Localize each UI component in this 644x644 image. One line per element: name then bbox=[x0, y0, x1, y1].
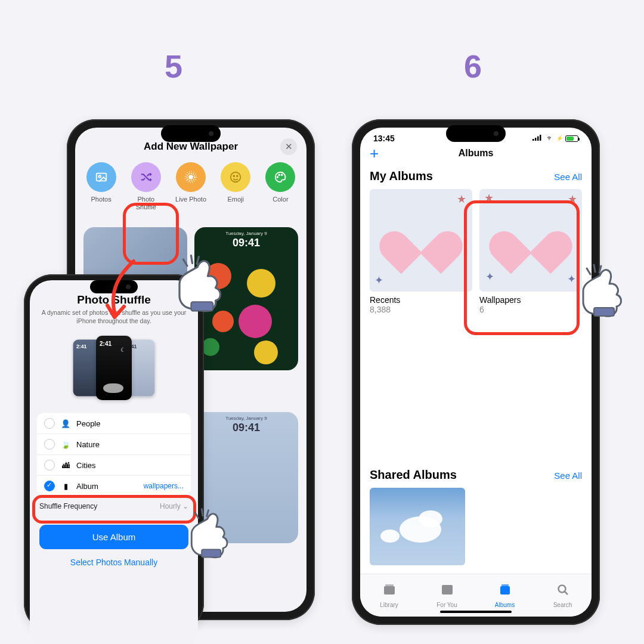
photos-icon bbox=[86, 162, 116, 192]
svg-point-1 bbox=[98, 175, 101, 178]
wallpaper-clock: 09:41 bbox=[233, 237, 260, 249]
live-photo-icon bbox=[176, 162, 206, 192]
sparkle-icon: ✦ bbox=[567, 273, 576, 286]
sparkle-icon: ✦ bbox=[485, 270, 494, 283]
svg-point-7 bbox=[237, 175, 238, 177]
category-emoji[interactable]: Emoji bbox=[218, 162, 253, 210]
close-icon: ✕ bbox=[285, 141, 293, 152]
see-all-link[interactable]: See All bbox=[554, 172, 582, 182]
radio-checked-icon bbox=[44, 481, 55, 491]
album-name: Recents bbox=[370, 295, 472, 305]
category-live-photo[interactable]: Live Photo bbox=[173, 162, 208, 210]
star-icon: ★ bbox=[568, 193, 577, 206]
album-thumbnail: ✦ ★ bbox=[370, 189, 472, 292]
heart-icon bbox=[502, 213, 559, 263]
signal-icon bbox=[532, 134, 542, 143]
wifi-icon bbox=[544, 134, 554, 143]
svg-rect-15 bbox=[384, 586, 395, 595]
tab-search[interactable]: Search bbox=[534, 574, 592, 617]
close-button[interactable]: ✕ bbox=[280, 138, 297, 155]
album-wallpapers[interactable]: ✦ ✦ ★ ★ Wallpapers 6 bbox=[479, 189, 582, 314]
svg-point-10 bbox=[281, 174, 283, 175]
home-indicator bbox=[440, 611, 512, 613]
row-album[interactable]: ▮ Album wallpapers... bbox=[37, 476, 191, 496]
row-cities[interactable]: 🏙 Cities bbox=[37, 455, 191, 476]
svg-rect-11 bbox=[532, 139, 534, 141]
wallpaper-clock: 09:41 bbox=[233, 422, 260, 434]
library-icon bbox=[382, 583, 397, 600]
svg-point-8 bbox=[277, 177, 278, 178]
preview-time: 2:41 bbox=[76, 344, 87, 350]
radio-unchecked-icon bbox=[44, 439, 55, 450]
freq-value: Hourly ⌄ bbox=[160, 502, 188, 510]
status-time: 13:45 bbox=[373, 134, 395, 143]
phone-6: 13:45 ⚡ + Albums My Albums See All bbox=[352, 119, 600, 625]
category-label: Live Photo bbox=[175, 196, 206, 203]
category-label: Emoji bbox=[227, 196, 244, 203]
shuffle-preview: 2:41 2:41 ☾ 2:41 bbox=[30, 336, 198, 407]
album-count: 6 bbox=[479, 305, 582, 314]
photo-shuffle-subtitle: A dynamic set of photos that shuffle as … bbox=[38, 309, 190, 325]
see-all-link[interactable]: See All bbox=[554, 470, 582, 481]
svg-rect-17 bbox=[442, 585, 453, 595]
wallpaper-title: Add New Wallpaper bbox=[144, 141, 238, 153]
tab-label: Search bbox=[553, 602, 572, 608]
album-value[interactable]: wallpapers... bbox=[144, 482, 184, 490]
svg-rect-14 bbox=[540, 135, 541, 141]
album-icon: ▮ bbox=[61, 482, 70, 491]
svg-rect-19 bbox=[501, 584, 509, 586]
phone-5-front: Photo Shuffle A dynamic set of photos th… bbox=[24, 274, 204, 632]
wallpaper-card-unity[interactable]: Tuesday, January 9 09:41 Unity Bloom bbox=[194, 227, 298, 370]
shared-albums-header: Shared Albums See All bbox=[360, 463, 592, 488]
use-album-button[interactable]: Use Album bbox=[39, 525, 188, 549]
my-albums-header: My Albums See All bbox=[360, 165, 592, 189]
phone-6-screen: 13:45 ⚡ + Albums My Albums See All bbox=[360, 128, 592, 617]
svg-point-6 bbox=[234, 175, 235, 177]
album-recents[interactable]: ✦ ★ Recents 8,388 bbox=[370, 189, 472, 314]
star-icon: ★ bbox=[457, 193, 466, 206]
svg-point-9 bbox=[279, 174, 280, 175]
tab-library[interactable]: Library bbox=[360, 574, 418, 617]
add-button[interactable]: + bbox=[370, 144, 379, 163]
wallpaper-date: Tuesday, January 9 bbox=[225, 416, 267, 421]
search-icon bbox=[556, 583, 570, 600]
svg-point-20 bbox=[558, 586, 565, 593]
category-photo-shuffle[interactable]: Photo Shuffle bbox=[128, 162, 163, 210]
radio-unchecked-icon bbox=[44, 418, 55, 429]
category-label: Photos bbox=[91, 196, 111, 203]
svg-rect-18 bbox=[500, 586, 510, 595]
city-icon: 🏙 bbox=[61, 461, 70, 470]
row-people[interactable]: 👤 People bbox=[37, 413, 191, 434]
phone-5-front-screen: Photo Shuffle A dynamic set of photos th… bbox=[30, 280, 198, 644]
category-color[interactable]: Color bbox=[263, 162, 298, 210]
wallpaper-categories: Photos Photo Shuffle Live Photo Emoji bbox=[75, 159, 306, 215]
albums-row: ✦ ★ Recents 8,388 ✦ ✦ ★ ★ Wallpapers 6 bbox=[360, 189, 592, 314]
person-icon: 👤 bbox=[61, 419, 70, 428]
shuffle-frequency-row[interactable]: Shuffle Frequency Hourly ⌄ bbox=[39, 502, 188, 510]
svg-rect-16 bbox=[385, 584, 394, 586]
category-label: Photo Shuffle bbox=[128, 196, 163, 210]
step-number-5: 5 bbox=[165, 48, 182, 85]
tab-label: Albums bbox=[495, 602, 515, 608]
phone-notch bbox=[446, 125, 506, 142]
photo-shuffle-title: Photo Shuffle bbox=[38, 293, 190, 306]
albums-header: + Albums bbox=[360, 144, 592, 165]
wallpaper-card-4[interactable]: Tuesday, January 9 09:41 bbox=[194, 412, 298, 543]
phone-notch bbox=[161, 125, 221, 142]
shared-albums-title: Shared Albums bbox=[370, 468, 457, 482]
category-photos[interactable]: Photos bbox=[83, 162, 119, 210]
select-photos-manually-link[interactable]: Select Photos Manually bbox=[30, 553, 198, 572]
album-name: Wallpapers bbox=[479, 295, 582, 305]
row-label: People bbox=[76, 419, 100, 428]
emoji-icon bbox=[221, 162, 250, 192]
freq-label: Shuffle Frequency bbox=[39, 502, 97, 510]
shared-albums-section: Shared Albums See All bbox=[360, 463, 592, 565]
for-you-icon bbox=[440, 583, 454, 600]
sparkle-icon: ✦ bbox=[374, 274, 383, 287]
album-count: 8,388 bbox=[370, 305, 472, 314]
phone-notch bbox=[90, 280, 138, 293]
shared-album-thumbnail[interactable] bbox=[370, 488, 465, 565]
row-nature[interactable]: 🍃 Nature bbox=[37, 434, 191, 455]
preview-time: 2:41 bbox=[100, 340, 112, 347]
leaf-icon: 🍃 bbox=[61, 440, 70, 449]
